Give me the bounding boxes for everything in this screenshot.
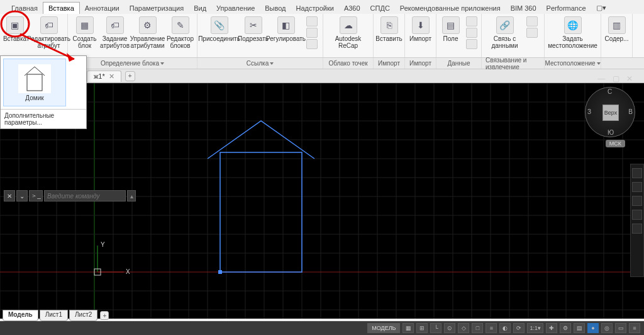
command-options-icon[interactable]: ⌄	[16, 190, 28, 202]
insert2-label: Вставить	[375, 35, 402, 42]
status-polar-icon[interactable]: ⊙	[444, 323, 455, 333]
datalink-button[interactable]: 🔗Связь с данными	[486, 15, 524, 50]
create-block-label: Создать блок	[71, 35, 99, 49]
content-button[interactable]: ▥Содер...	[602, 15, 632, 43]
grip-point[interactable]	[218, 270, 222, 274]
status-isodraft-icon[interactable]: ◇	[458, 323, 469, 333]
clip-button[interactable]: ✂Подрезать	[238, 15, 269, 43]
layout-tab-sheet1[interactable]: Лист1	[40, 310, 68, 321]
define-attr-label: Задание атрибутов	[100, 35, 130, 49]
attach-button[interactable]: 📎Присоединить	[201, 15, 238, 43]
viewcube-east[interactable]: В	[628, 108, 633, 115]
status-lineweight-icon[interactable]: ≡	[486, 323, 497, 333]
tab-view[interactable]: Вид	[189, 3, 211, 14]
tab-annotate[interactable]: Аннотации	[80, 3, 125, 14]
status-hardware-icon[interactable]: ●	[587, 323, 599, 333]
wcs-badge[interactable]: МСК	[606, 140, 625, 147]
panel-block-def[interactable]: Определение блока	[68, 58, 197, 69]
tab-output[interactable]: Вывод	[260, 3, 291, 14]
status-annoscale[interactable]: 1:1▾	[527, 323, 543, 333]
extract-data-icon[interactable]	[526, 28, 538, 38]
create-block-button[interactable]: ▦Создать блок	[70, 15, 100, 50]
layout-tab-model[interactable]: Модель	[3, 310, 38, 321]
insert-button[interactable]: ▣ Вставка	[0, 15, 30, 43]
view-cube[interactable]: Верх С Ю В З	[585, 87, 635, 137]
block-editor-button[interactable]: ✎Редактор блоков	[165, 15, 196, 50]
layout-tab-bar: Модель Лист1 Лист2 +	[3, 310, 109, 321]
set-location-button[interactable]: 🌐Задать местоположение	[547, 15, 599, 50]
recap-icon: ☁	[340, 16, 357, 34]
status-osnap-icon[interactable]: □	[472, 323, 483, 333]
download-source-icon[interactable]	[526, 16, 538, 26]
recap-button[interactable]: ☁Autodesk ReCap	[326, 15, 371, 50]
status-model-button[interactable]: МОДЕЛЬ	[367, 323, 400, 333]
ref-small-group	[304, 15, 320, 50]
nav-wheel-icon[interactable]	[632, 168, 642, 178]
block-editor-icon: ✎	[172, 16, 189, 34]
command-line: ✕ ⌄ ＞_ ▴	[4, 189, 136, 203]
manage-attr-button[interactable]: ⚙Управление атрибутами	[130, 15, 165, 50]
viewport-window-controls[interactable]: — ▢ ✕	[597, 74, 635, 83]
status-cycling-icon[interactable]: ⟳	[513, 323, 525, 333]
define-attr-icon: 🏷	[106, 16, 124, 34]
gallery-item-house[interactable]: Домик	[3, 59, 66, 106]
status-customize-icon[interactable]: ≡	[629, 323, 640, 333]
close-icon[interactable]: ✕	[109, 72, 114, 81]
hyperlink-icon[interactable]	[466, 39, 477, 49]
tab-featured[interactable]: Рекомендованные приложения	[395, 3, 506, 14]
panel-location[interactable]: Местоположение	[545, 58, 601, 69]
tab-insert[interactable]: Вставка	[43, 2, 80, 14]
xref-frames-icon[interactable]	[306, 28, 318, 38]
underlay-layers-icon[interactable]	[306, 16, 318, 26]
tab-addins[interactable]: Надстройки	[291, 3, 339, 14]
viewcube-north[interactable]: С	[608, 88, 612, 95]
gallery-more-options[interactable]: Дополнительные параметры...	[1, 109, 86, 128]
status-grid-icon[interactable]: ▦	[402, 323, 414, 333]
viewcube-top-face[interactable]: Верх	[602, 105, 619, 121]
command-close-icon[interactable]: ✕	[4, 190, 15, 202]
link-small-group	[524, 15, 540, 39]
tab-spds[interactable]: СПДС	[365, 3, 395, 14]
status-workspace-icon[interactable]: ⚙	[560, 323, 571, 333]
tab-parametric[interactable]: Параметризация	[125, 3, 189, 14]
status-ortho-icon[interactable]: └	[430, 323, 441, 333]
status-isolate-icon[interactable]: ◎	[601, 323, 613, 333]
status-annomonitor-icon[interactable]: ▤	[574, 323, 585, 333]
command-input[interactable]	[44, 190, 126, 202]
status-snap-icon[interactable]: ⊞	[416, 323, 428, 333]
file-tab[interactable]: ж1* ✕	[87, 71, 121, 82]
ribbon-toggle[interactable]: ▢▾	[591, 2, 611, 14]
tab-bim360[interactable]: BIM 360	[506, 3, 541, 14]
nav-zoom-icon[interactable]	[632, 196, 642, 206]
panel-reference[interactable]: Ссылка	[197, 58, 323, 69]
tab-manage[interactable]: Управление	[211, 3, 260, 14]
layout-tab-sheet2[interactable]: Лист2	[69, 310, 97, 321]
ole-object-icon[interactable]	[466, 28, 477, 38]
status-bar: МОДЕЛЬ ▦ ⊞ └ ⊙ ◇ □ ≡ ◐ ⟳ 1:1▾ ✚ ⚙ ▤ ● ◎ …	[0, 321, 644, 335]
add-file-tab[interactable]: +	[125, 71, 135, 81]
import-button[interactable]: ⬇Импорт	[406, 15, 436, 43]
nav-showmotion-icon[interactable]	[632, 224, 642, 234]
insert2-button[interactable]: ⎘Вставить	[374, 15, 404, 43]
status-annovis-icon[interactable]: ✚	[546, 323, 557, 333]
field-button[interactable]: ▤Поле	[438, 15, 464, 43]
adjust-button[interactable]: ◧Регулировать	[269, 15, 304, 43]
viewcube-south[interactable]: Ю	[608, 129, 614, 136]
content-label: Содер...	[605, 35, 629, 42]
update-fields-icon[interactable]	[466, 16, 477, 26]
edit-attribute-button[interactable]: 🏷 Редактировать атрибут	[30, 15, 68, 50]
tab-performance[interactable]: Performance	[541, 3, 591, 14]
nav-pan-icon[interactable]	[632, 182, 642, 192]
status-transparency-icon[interactable]: ◐	[499, 323, 511, 333]
tab-a360[interactable]: A360	[339, 3, 365, 14]
nav-orbit-icon[interactable]	[632, 210, 642, 220]
command-history-icon[interactable]: ▴	[127, 190, 136, 202]
define-attr-button[interactable]: 🏷Задание атрибутов	[100, 15, 130, 50]
panel-pointcloud: Облако точек	[323, 58, 374, 69]
snap-underlay-icon[interactable]	[306, 39, 318, 49]
viewcube-west[interactable]: З	[587, 108, 591, 115]
tab-home[interactable]: Главная	[6, 3, 43, 14]
status-cleanscreen-icon[interactable]: ▭	[615, 323, 626, 333]
layout-tab-add[interactable]: +	[100, 311, 109, 320]
manage-attr-icon: ⚙	[139, 16, 157, 34]
